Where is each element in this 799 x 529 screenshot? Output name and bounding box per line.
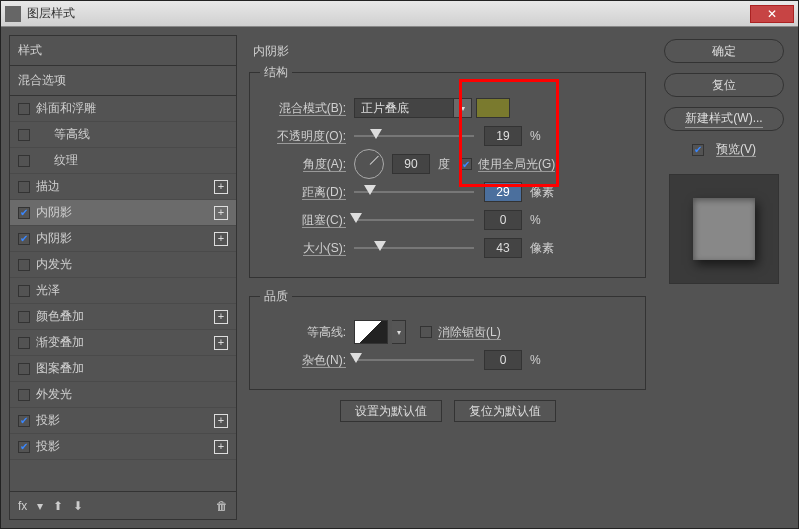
preview-box [669, 174, 779, 284]
noise-input[interactable]: 0 [484, 350, 522, 370]
style-item-label: 内阴影 [36, 204, 72, 221]
style-item[interactable]: 外发光 [10, 382, 236, 408]
opacity-input[interactable]: 19 [484, 126, 522, 146]
style-checkbox[interactable] [18, 233, 30, 245]
ok-button[interactable]: 确定 [664, 39, 784, 63]
styles-header: 样式 [10, 36, 236, 66]
preview-toggle[interactable]: 预览(V) [692, 141, 756, 158]
style-item-label: 斜面和浮雕 [36, 100, 96, 117]
reset-default-button[interactable]: 复位为默认值 [454, 400, 556, 422]
blend-mode-select[interactable]: 正片叠底 [354, 98, 454, 118]
add-effect-icon[interactable]: + [214, 310, 228, 324]
angle-dial[interactable] [354, 149, 384, 179]
size-input[interactable]: 43 [484, 238, 522, 258]
close-button[interactable]: ✕ [750, 5, 794, 23]
preview-checkbox[interactable] [692, 144, 704, 156]
contour-label: 等高线: [260, 324, 346, 341]
add-effect-icon[interactable]: + [214, 206, 228, 220]
antialias-checkbox[interactable] [420, 326, 432, 338]
move-down-icon[interactable]: ⬇ [73, 499, 83, 513]
choke-input[interactable]: 0 [484, 210, 522, 230]
style-item[interactable]: 内发光 [10, 252, 236, 278]
style-item-label: 投影 [36, 438, 60, 455]
angle-label: 角度(A): [260, 156, 346, 173]
opacity-slider[interactable] [354, 126, 474, 146]
blending-options[interactable]: 混合选项 [10, 66, 236, 96]
style-item[interactable]: 内阴影+ [10, 226, 236, 252]
preview-thumbnail [693, 198, 755, 260]
style-item[interactable]: 颜色叠加+ [10, 304, 236, 330]
style-checkbox[interactable] [18, 415, 30, 427]
fx-menu[interactable]: fx [18, 499, 27, 513]
new-style-button[interactable]: 新建样式(W)... [664, 107, 784, 131]
cancel-button[interactable]: 复位 [664, 73, 784, 97]
quality-legend: 品质 [260, 288, 292, 305]
style-item[interactable]: 描边+ [10, 174, 236, 200]
chevron-down-icon[interactable]: ▾ [454, 98, 472, 118]
style-item-label: 渐变叠加 [36, 334, 84, 351]
style-item-label: 纹理 [54, 152, 78, 169]
contour-row: 等高线: ▾ 消除锯齿(L) [260, 321, 635, 343]
style-item-label: 图案叠加 [36, 360, 84, 377]
style-item-label: 颜色叠加 [36, 308, 84, 325]
opacity-label: 不透明度(O): [260, 128, 346, 145]
dialog-body: 样式 混合选项 斜面和浮雕等高线纹理描边+内阴影+内阴影+内发光光泽颜色叠加+渐… [1, 27, 798, 528]
angle-input[interactable]: 90 [392, 154, 430, 174]
distance-slider[interactable] [354, 182, 474, 202]
color-swatch[interactable] [476, 98, 510, 118]
style-checkbox[interactable] [18, 311, 30, 323]
add-effect-icon[interactable]: + [214, 336, 228, 350]
make-default-button[interactable]: 设置为默认值 [340, 400, 442, 422]
style-checkbox[interactable] [18, 363, 30, 375]
trash-icon[interactable]: 🗑 [216, 499, 228, 513]
choke-unit: % [530, 213, 541, 227]
style-checkbox[interactable] [18, 285, 30, 297]
style-checkbox[interactable] [18, 389, 30, 401]
style-item-label: 等高线 [54, 126, 90, 143]
choke-label: 阻塞(C): [260, 212, 346, 229]
style-checkbox[interactable] [18, 337, 30, 349]
style-item[interactable]: 等高线 [10, 122, 236, 148]
style-item[interactable]: 斜面和浮雕 [10, 96, 236, 122]
distance-row: 距离(D): 29 像素 [260, 181, 635, 203]
move-up-icon[interactable]: ⬆ [53, 499, 63, 513]
style-checkbox[interactable] [18, 441, 30, 453]
size-slider[interactable] [354, 238, 474, 258]
style-checkbox[interactable] [18, 259, 30, 271]
chevron-down-icon[interactable]: ▾ [392, 320, 406, 344]
size-row: 大小(S): 43 像素 [260, 237, 635, 259]
titlebar[interactable]: 图层样式 ✕ [1, 1, 798, 27]
style-item[interactable]: 光泽 [10, 278, 236, 304]
contour-picker[interactable] [354, 320, 388, 344]
add-effect-icon[interactable]: + [214, 414, 228, 428]
style-item[interactable]: 渐变叠加+ [10, 330, 236, 356]
layer-style-dialog: 图层样式 ✕ 样式 混合选项 斜面和浮雕等高线纹理描边+内阴影+内阴影+内发光光… [0, 0, 799, 529]
style-item[interactable]: 内阴影+ [10, 200, 236, 226]
style-item[interactable]: 图案叠加 [10, 356, 236, 382]
style-item[interactable]: 投影+ [10, 408, 236, 434]
quality-group: 品质 等高线: ▾ 消除锯齿(L) 杂色(N): 0 % [249, 288, 646, 390]
structure-legend: 结构 [260, 64, 292, 81]
opacity-unit: % [530, 129, 541, 143]
noise-unit: % [530, 353, 541, 367]
chevron-down-icon[interactable]: ▾ [37, 499, 43, 513]
style-checkbox[interactable] [18, 103, 30, 115]
add-effect-icon[interactable]: + [214, 180, 228, 194]
style-checkbox[interactable] [18, 181, 30, 193]
style-item[interactable]: 纹理 [10, 148, 236, 174]
add-effect-icon[interactable]: + [214, 440, 228, 454]
choke-slider[interactable] [354, 210, 474, 230]
style-checkbox[interactable] [18, 155, 30, 167]
add-effect-icon[interactable]: + [214, 232, 228, 246]
distance-input[interactable]: 29 [484, 182, 522, 202]
style-item-label: 内发光 [36, 256, 72, 273]
blend-mode-label: 混合模式(B): [260, 100, 346, 117]
style-item[interactable]: 投影+ [10, 434, 236, 460]
style-checkbox[interactable] [18, 129, 30, 141]
noise-slider[interactable] [354, 350, 474, 370]
global-light-checkbox[interactable] [460, 158, 472, 170]
antialias-label: 消除锯齿(L) [438, 324, 501, 341]
style-item-label: 投影 [36, 412, 60, 429]
angle-unit: 度 [438, 156, 450, 173]
style-checkbox[interactable] [18, 207, 30, 219]
